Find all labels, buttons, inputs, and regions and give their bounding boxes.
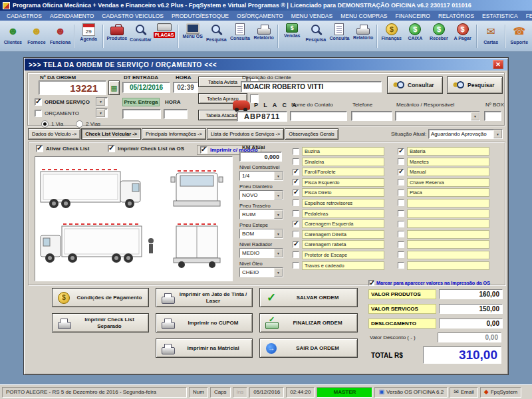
toolbar-button[interactable]: Consultar [129,22,152,51]
dropdown-arrow-icon[interactable]: ▼ [274,210,283,219]
entry-date-field[interactable]: 05/12/2016 [122,82,170,93]
dropdown-arrow-icon[interactable]: ▼ [274,268,283,277]
toolbar-button[interactable]: Agenda [77,22,100,51]
checklist-checkbox[interactable] [293,210,299,217]
dropdown-arrow-icon[interactable]: ▼ [274,249,283,257]
order-number-field[interactable]: 13221 [39,80,106,95]
tab[interactable]: Observações Gerais [285,128,338,140]
orcamento-checkbox[interactable] [35,110,42,117]
dropdown-arrow-icon[interactable]: ▼ [274,172,283,180]
totals-row-value[interactable]: 0,00 [439,319,503,329]
checklist-item-field[interactable]: Espelhos retrovisores [302,199,384,207]
ordem-servico-checkbox[interactable] [35,98,42,106]
toolbar-button[interactable]: Suporte [508,22,531,51]
action-button[interactable]: Imprimir Check List Separado [52,313,149,332]
toolbar-button[interactable]: Consulta [328,22,351,51]
checklist-item-field[interactable]: Manual [407,168,489,176]
checklist-item-field[interactable]: Placa [407,188,489,197]
toolbar-button[interactable]: A Pagar [451,22,474,51]
dropdown-arrow-icon[interactable]: ▼ [274,191,283,200]
checklist-item-field[interactable]: Travas e cadeado [302,261,384,270]
menu-item[interactable]: CADASTRO VEICULOS [98,13,168,19]
via2-radio[interactable] [76,120,83,128]
checklist-checkbox[interactable] [398,190,404,196]
level-select[interactable]: BOM ▼ [239,229,283,239]
dropdown-arrow-icon[interactable]: ▼ [493,130,502,138]
toolbar-button[interactable]: Relatório [252,22,275,51]
menu-item[interactable]: MENU VENDAS [287,13,336,19]
ordem-servico-option[interactable]: ORDEM SERVIÇO [35,98,90,106]
toolbar-button[interactable]: Pesquisa [305,22,328,51]
menu-item[interactable]: OS/ORÇAMENTO [233,13,287,19]
checklist-checkbox[interactable] [398,210,404,217]
checklist-item-field[interactable] [407,219,489,228]
checklist-checkbox[interactable] [293,251,299,258]
checklist-item-field[interactable] [407,261,489,270]
checklist-checkbox[interactable] [293,262,299,269]
level-select[interactable]: NOVO ▼ [239,190,283,200]
dropdown-arrow-icon[interactable]: ▼ [96,109,105,117]
toolbar-button[interactable]: Clientes [1,22,25,51]
checklist-item-field[interactable]: Carenagem Direita [302,230,384,239]
contact-field[interactable] [290,111,347,121]
toolbar-button[interactable]: Cartas [479,22,503,51]
checklist-checkbox[interactable] [398,262,404,269]
show-values-checkbox[interactable] [368,280,374,286]
tab[interactable]: Dados do Veiculo -> [28,128,80,140]
entry-hour-field[interactable]: 02:39 [173,82,198,93]
prev-entrega-field[interactable] [122,109,161,119]
orcamento-dropdown[interactable]: ▼ [96,108,108,118]
action-button[interactable]: Imprimir no CUPOM [156,313,253,332]
checklist-checkbox[interactable] [398,251,404,258]
activate-checklist-checkbox[interactable] [36,145,43,152]
menu-item[interactable]: CADASTROS [3,13,46,19]
checklist-checkbox[interactable] [293,221,299,227]
client-field[interactable]: MOACIR ROBERTO VITTI [241,81,382,92]
print-checklist-os-option[interactable]: Imprimir Check List na OS [108,145,184,152]
checklist-item-field[interactable]: Carenagem Esquerda [302,219,384,228]
checklist-checkbox[interactable] [293,158,299,165]
checklist-item-field[interactable]: Pisca Esquerdo [302,178,384,187]
checklist-item-field[interactable]: Bateria [407,147,489,156]
toolbar-button[interactable]: Consulta [229,22,252,51]
checklist-item-field[interactable]: Protetor de Escape [302,251,384,259]
totals-row-value[interactable]: 160,00 [439,289,503,299]
toolbar-button[interactable]: Relatório [352,22,375,51]
menu-item[interactable]: ESTATISTICA [478,13,522,19]
level-select[interactable]: 1/4 ▼ [239,171,283,181]
toolbar-button[interactable]: Finanças [380,22,403,51]
order-lookup-button[interactable] [108,80,120,95]
toolbar-button[interactable]: Fornece [25,22,49,51]
checklist-checkbox[interactable] [398,148,404,155]
prev-hora-field[interactable] [164,109,188,119]
checklist-checkbox[interactable] [398,200,404,206]
checklist-checkbox[interactable] [398,158,404,165]
search-button[interactable]: Pesquisar [447,76,503,94]
checklist-item-field[interactable]: Pedaleiras [302,209,384,218]
checklist-checkbox[interactable] [398,231,404,237]
menu-item[interactable]: MENU COMPRAS [336,13,391,19]
checklist-checkbox[interactable] [398,241,404,248]
action-button[interactable]: SALVAR ORDEM [259,288,358,307]
checklist-checkbox[interactable] [293,200,299,206]
checklist-item-field[interactable]: Pisca Direto [302,188,384,197]
checklist-checkbox[interactable] [398,221,404,227]
box-field[interactable] [484,111,501,121]
dropdown-arrow-icon[interactable]: ▼ [471,112,479,120]
order-window-titlebar[interactable]: >>> TELA DA ORDEM DE SERVIÇO / ORÇAMENTO… [25,59,507,70]
toolbar-button[interactable]: Vendas [281,22,304,51]
ordem-servico-dropdown[interactable]: ▼ [96,97,108,106]
checklist-checkbox[interactable] [293,148,299,155]
level-select[interactable]: RUIM ▼ [239,209,283,219]
toolbar-button[interactable]: Funciona [49,22,72,51]
tab[interactable]: Check List Veicular -> [81,128,141,140]
menu-item[interactable]: FERRAMENTAS [522,13,532,19]
dropdown-arrow-icon[interactable]: ▼ [274,229,283,238]
via1-option[interactable]: 1 Via [41,120,63,128]
menu-item[interactable]: FINANCEIRO [392,13,434,19]
km-field[interactable]: 0,000 [239,152,282,162]
tab[interactable]: Lista de Produtos e Serviços -> [207,128,284,140]
situacao-select[interactable]: Aguardando Aprovação ▼ [428,129,503,139]
action-button[interactable]: Imprimir em Jato de Tinta / Laser [156,288,253,307]
toolbar-button[interactable]: Menu OS [181,22,204,51]
